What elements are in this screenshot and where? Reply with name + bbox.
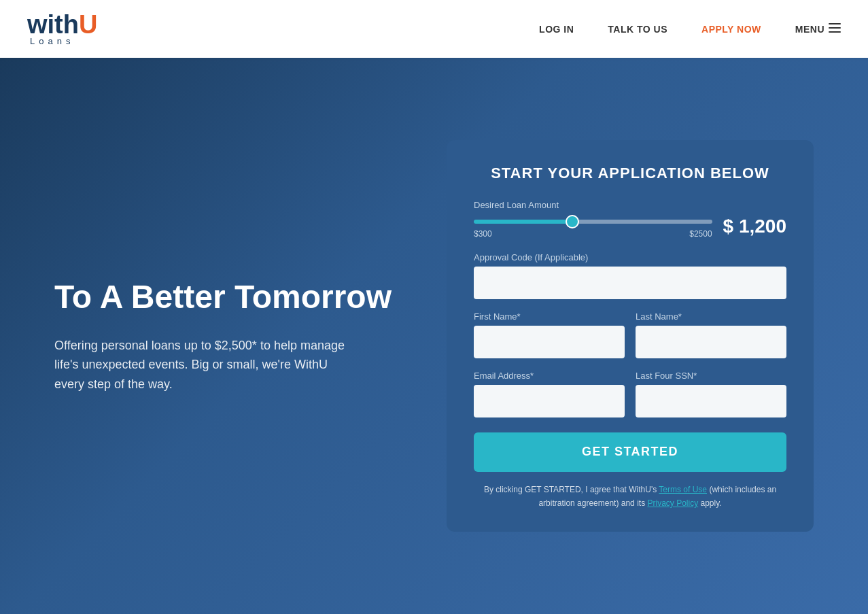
slider-row: $300 $2500 $ 1,200 [474,214,786,239]
last-name-input[interactable] [636,326,786,358]
svg-rect-1 [829,27,841,29]
slider-amount-display: $ 1,200 [723,216,786,237]
approval-code-input[interactable] [474,267,786,299]
logo-text: withU [27,12,97,37]
last-name-col: Last Name* [636,311,786,358]
loan-amount-slider[interactable] [474,220,712,224]
email-input[interactable] [474,385,625,417]
approval-code-label: Approval Code (If Applicable) [474,252,786,262]
header: withU Loans LOG IN TALK TO US APPLY NOW … [0,0,868,58]
application-form-card: START YOUR APPLICATION BELOW Desired Loa… [447,140,814,532]
terms-of-use-link[interactable]: Terms of Use [659,485,707,494]
privacy-policy-link[interactable]: Privacy Policy [647,498,698,508]
hero-section: To A Better Tomorrow Offering personal l… [0,58,868,614]
last-name-label: Last Name* [636,311,786,322]
hero-title: To A Better Tomorrow [54,277,394,317]
svg-rect-2 [829,31,841,33]
svg-rect-0 [829,23,841,24]
ssn-label: Last Four SSN* [636,371,786,381]
slider-wrapper: $300 $2500 [474,214,712,239]
disclaimer-after: apply. [698,498,721,508]
email-col: Email Address* [474,371,625,417]
get-started-button[interactable]: GET STARTED [474,432,786,472]
ssn-input[interactable] [636,385,786,417]
menu-link[interactable]: MENU [795,23,841,35]
email-label: Email Address* [474,371,625,381]
first-name-label: First Name* [474,311,625,322]
slider-labels: $300 $2500 [474,229,712,239]
menu-icon [829,23,841,35]
slider-max-label: $2500 [689,229,712,239]
loan-amount-section: Desired Loan Amount $300 $2500 $ 1,200 [474,200,786,239]
login-link[interactable]: LOG IN [539,24,574,35]
name-row: First Name* Last Name* [474,311,786,358]
ssn-col: Last Four SSN* [636,371,786,417]
logo-sub: Loans [30,36,97,46]
apply-now-link[interactable]: APPLY NOW [701,24,761,35]
logo: withU Loans [27,12,97,46]
email-ssn-row: Email Address* Last Four SSN* [474,371,786,417]
menu-label: MENU [795,24,824,35]
form-title: START YOUR APPLICATION BELOW [474,165,786,182]
disclaimer-before: By clicking GET STARTED, I agree that Wi… [484,485,659,494]
loan-amount-label: Desired Loan Amount [474,200,786,210]
talk-to-us-link[interactable]: TALK TO US [608,24,667,35]
hero-description: Offering personal loans up to $2,500* to… [54,336,353,394]
first-name-col: First Name* [474,311,625,358]
first-name-input[interactable] [474,326,625,358]
disclaimer: By clicking GET STARTED, I agree that Wi… [474,483,786,511]
hero-content: To A Better Tomorrow Offering personal l… [54,277,394,394]
approval-code-group: Approval Code (If Applicable) [474,252,786,299]
slider-min-label: $300 [474,229,492,239]
nav: LOG IN TALK TO US APPLY NOW MENU [539,23,841,35]
